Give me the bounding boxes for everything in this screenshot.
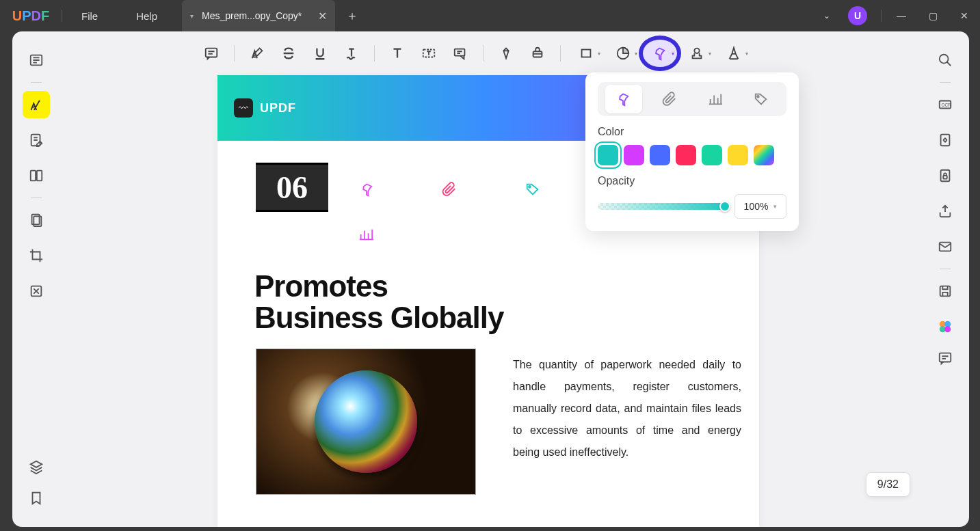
- banner-brand: UPDF: [260, 101, 296, 115]
- save-icon[interactable]: [931, 277, 959, 305]
- note-tool[interactable]: [197, 40, 226, 67]
- page-image: [256, 349, 476, 495]
- search-icon[interactable]: [931, 46, 959, 74]
- annotation-toolbar: ▾ ▾ ▾ ▾ ▾: [197, 38, 771, 68]
- close-window-button[interactable]: ✕: [949, 0, 980, 31]
- svg-rect-24: [582, 50, 591, 57]
- reader-mode-icon[interactable]: [23, 46, 50, 74]
- highlight-tool[interactable]: [243, 40, 272, 67]
- swatch-green[interactable]: [702, 145, 722, 165]
- color-swatches: [598, 145, 786, 165]
- minimize-button[interactable]: —: [886, 0, 917, 31]
- document-tab[interactable]: ▾ Mes_prem...opy_Copy* ✕: [182, 0, 335, 31]
- svg-text:OCR: OCR: [942, 103, 952, 107]
- svg-rect-12: [943, 176, 947, 179]
- workspace: OCR ▾ ▾ ▾ ▾ ▾ 〰 UPDF: [12, 31, 969, 527]
- svg-rect-22: [455, 49, 465, 56]
- popover-tab-tag[interactable]: [743, 85, 780, 113]
- opacity-slider[interactable]: [598, 203, 729, 210]
- svg-point-26: [694, 49, 699, 53]
- page-headline: Promotes Business Globally: [254, 271, 503, 333]
- strikethrough-tool[interactable]: [274, 40, 303, 67]
- squiggly-tool[interactable]: [337, 40, 366, 67]
- edit-tool-icon[interactable]: [23, 126, 50, 154]
- avatar[interactable]: U: [848, 6, 867, 25]
- stamp-tool[interactable]: ▾: [680, 40, 714, 67]
- pencil-tool[interactable]: [492, 40, 520, 67]
- maximize-button[interactable]: ▢: [917, 0, 949, 31]
- right-sidebar: OCR: [921, 31, 969, 527]
- textbox-tool[interactable]: [414, 40, 443, 67]
- new-tab-button[interactable]: ＋: [346, 8, 358, 24]
- comments-panel-icon[interactable]: [931, 344, 959, 372]
- tab-chevron-icon: ▾: [190, 12, 194, 20]
- opacity-label: Opacity: [598, 175, 786, 187]
- tab-close-icon[interactable]: ✕: [318, 10, 327, 23]
- doc-pin-icon[interactable]: [360, 182, 375, 197]
- swatch-red[interactable]: [676, 145, 696, 165]
- doc-graph-icon[interactable]: [358, 227, 373, 242]
- banner-logo-icon: 〰: [234, 98, 253, 118]
- pin-options-popover: Color Opacity 100%▾: [585, 72, 799, 231]
- organize-pages-icon[interactable]: [23, 162, 50, 189]
- page-indicator[interactable]: 9/32: [866, 472, 910, 497]
- swatch-magenta[interactable]: [624, 145, 644, 165]
- opacity-value-dropdown[interactable]: 100%▾: [734, 194, 786, 219]
- popover-tab-graph[interactable]: [697, 85, 734, 113]
- svg-rect-2: [31, 171, 36, 181]
- color-label: Color: [598, 126, 786, 138]
- sticker-tool[interactable]: ▾: [606, 40, 640, 67]
- svg-point-28: [757, 96, 759, 98]
- doc-tag-icon[interactable]: [525, 182, 540, 197]
- pin-tool[interactable]: ▾: [643, 40, 677, 67]
- signature-tool[interactable]: ▾: [717, 40, 751, 67]
- swatch-teal[interactable]: [598, 145, 618, 165]
- app-logo: UPDF: [0, 8, 62, 24]
- page-body-text: The quantity of paperwork needed daily t…: [513, 354, 741, 463]
- ocr-icon[interactable]: OCR: [931, 91, 959, 118]
- svg-rect-3: [37, 171, 42, 181]
- svg-point-7: [940, 55, 949, 64]
- popover-tabs: [598, 82, 786, 116]
- doc-attachment-icon[interactable]: [442, 182, 457, 197]
- svg-rect-10: [941, 135, 950, 146]
- comment-tool-icon[interactable]: [23, 91, 50, 118]
- swatch-rainbow[interactable]: [754, 145, 774, 165]
- swatch-blue[interactable]: [650, 145, 670, 165]
- menu-help[interactable]: Help: [117, 10, 176, 22]
- protect-icon[interactable]: [931, 162, 959, 189]
- svg-rect-19: [940, 353, 951, 362]
- svg-rect-14: [940, 286, 951, 297]
- titlebar-dropdown-icon[interactable]: ⌄: [815, 11, 838, 21]
- callout-tool[interactable]: [446, 40, 475, 67]
- text-tool[interactable]: [383, 40, 412, 67]
- svg-point-18: [944, 326, 951, 332]
- rectangle-tool[interactable]: ▾: [569, 40, 603, 67]
- menu-file[interactable]: File: [62, 10, 117, 22]
- crop-tool-icon[interactable]: [23, 242, 50, 269]
- tab-name: Mes_prem...opy_Copy*: [202, 10, 302, 21]
- layers-icon[interactable]: [23, 453, 50, 480]
- redact-tool-icon[interactable]: [23, 277, 50, 305]
- bookmark-icon[interactable]: [23, 485, 50, 512]
- email-icon[interactable]: [931, 233, 959, 260]
- popover-tab-attachment[interactable]: [651, 85, 688, 113]
- ai-assistant-icon[interactable]: [931, 313, 959, 340]
- page-tools-icon[interactable]: [23, 206, 50, 234]
- swatch-yellow[interactable]: [728, 145, 748, 165]
- title-bar: UPDF File Help ▾ Mes_prem...opy_Copy* ✕ …: [0, 0, 980, 31]
- page-number-box: 06: [256, 163, 328, 212]
- svg-point-27: [529, 186, 531, 188]
- underline-tool[interactable]: [306, 40, 334, 67]
- left-sidebar: [12, 31, 60, 527]
- popover-tab-pin[interactable]: [605, 85, 642, 113]
- eraser-tool[interactable]: [523, 40, 552, 67]
- svg-rect-20: [206, 49, 217, 57]
- convert-icon[interactable]: [931, 126, 959, 154]
- share-icon[interactable]: [931, 198, 959, 225]
